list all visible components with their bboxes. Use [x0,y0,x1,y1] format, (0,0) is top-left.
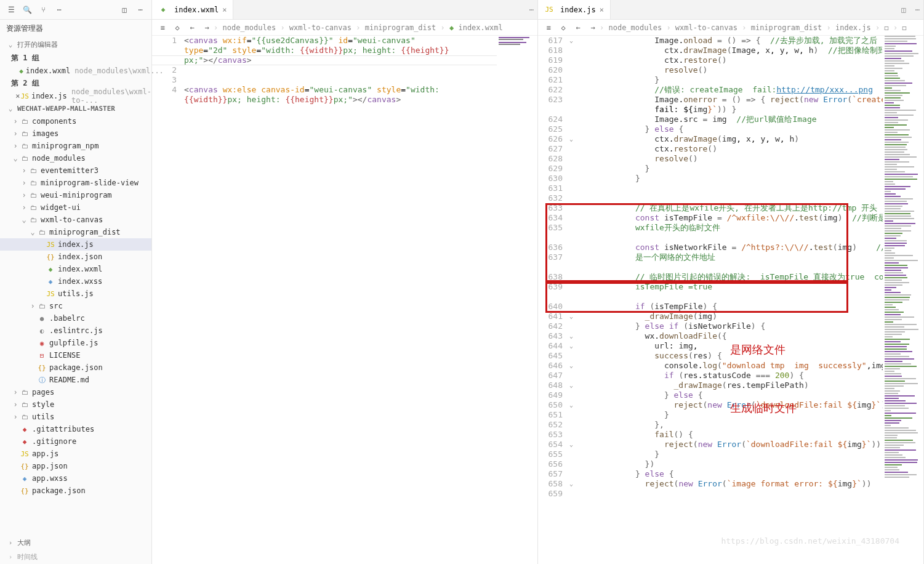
editors: ◆index.wxml× ⋯ ≡ ◇ ← → › node_modules › … [152,0,924,564]
open-editors-hdr[interactable]: ⌄打开的编辑器 [0,38,151,52]
tree-item-app.wxss[interactable]: ◈app.wxss [0,472,151,485]
bookmark-icon[interactable]: ◇ [558,20,569,35]
editor-2[interactable]: 6176186196206216226236246256266276286296… [538,36,923,564]
split-icon[interactable]: ◫ [117,2,132,17]
outline-hdr[interactable]: ›大纲 [0,536,151,550]
js-icon: JS [20,449,30,459]
folder-icon: 🗀 [20,387,30,397]
folder-icon: 🗀 [37,227,47,237]
dots-icon[interactable]: ⋯ [52,2,66,17]
tree-item-wxml-to-canvas[interactable]: ⌄🗀wxml-to-canvas [0,214,151,226]
tree-item-miniprogram_dist[interactable]: ⌄🗀miniprogram_dist [0,226,151,238]
tabs-1: ◆index.wxml× ⋯ [152,0,537,20]
tree-item-.gitattributes[interactable]: ◆.gitattributes [0,423,151,435]
tree-item-components[interactable]: ›🗀components [0,115,151,127]
eslint-icon: ◐ [37,326,47,336]
tree-item-pages[interactable]: ›🗀pages [0,386,151,398]
tree-item-package.json[interactable]: {}package.json [0,485,151,497]
tree-item-widget-ui[interactable]: ›🗀widget-ui [0,201,151,214]
json-icon: {} [46,252,55,262]
readme-icon: ⓘ [37,375,47,385]
close-icon[interactable]: × [222,6,227,14]
folder-icon: 🗀 [28,178,38,188]
folder-icon: 🗀 [28,215,38,225]
minimap-2[interactable] [883,36,923,564]
tree-item-.eslintrc.js[interactable]: ◐.eslintrc.js [0,324,151,337]
split-icon[interactable]: ◫ [901,6,906,14]
tree-item-eventemitter3[interactable]: ›🗀eventemitter3 [0,164,151,177]
tab-wxml[interactable]: ◆index.wxml× [152,0,233,19]
folder-icon: 🗀 [28,203,38,212]
list-icon[interactable]: ≡ [157,20,168,35]
tab-js[interactable]: JSindex.js× [538,0,611,19]
explorer-title: 资源管理器 [0,20,151,38]
tree-item-package.json[interactable]: {}package.json [0,361,151,374]
tree-item-.gitignore[interactable]: ◆.gitignore [0,435,151,448]
folder-icon: 🗀 [28,190,38,200]
js-icon: JS [21,91,29,101]
tree-item-LICENSE[interactable]: ⊟LICENSE [0,349,151,361]
tree-item-utils.js[interactable]: JSutils.js [0,288,151,300]
group-1: 第 1 组 [0,52,151,65]
folder-icon: 🗀 [20,116,30,126]
tree-item-index.wxss[interactable]: ◈index.wxss [0,275,151,288]
forward-icon[interactable]: → [587,20,598,35]
editor-pane-2: JSindex.js× ◫ ⋯ ≡ ◇ ← → › node_modules ›… [538,0,924,564]
close-icon[interactable]: × [15,92,21,100]
tree-item-index.js[interactable]: JSindex.js [0,238,151,251]
tree-item-utils[interactable]: ›🗀utils [0,411,151,423]
back-icon[interactable]: ← [187,20,198,35]
branch-icon[interactable]: ⑂ [36,2,50,17]
tree-item-README.md[interactable]: ⓘREADME.md [0,374,151,386]
folder-icon: 🗀 [28,166,38,175]
tree-item-app.json[interactable]: {}app.json [0,460,151,472]
more-icon[interactable]: ⋯ [915,6,920,14]
open-file-1[interactable]: ◆index.wxml node_modules\wxml... [0,65,151,77]
menu-icon[interactable]: ☰ [4,2,18,17]
forward-icon[interactable]: → [201,20,212,35]
wxml-icon: ◆ [46,264,55,274]
wxml-icon: ◆ [158,5,168,15]
tree-item-gulpfile.js[interactable]: ◉gulpfile.js [0,337,151,349]
project-hdr[interactable]: ⌄WECHAT-WEAPP-MALL-MASTER [0,102,151,115]
bookmark-icon[interactable]: ◇ [172,20,183,35]
license-icon: ⊟ [37,350,47,360]
babel-icon: ● [37,313,47,323]
search-icon[interactable]: 🔍 [20,2,34,17]
tree-item-miniprogram_npm[interactable]: ›🗀miniprogram_npm [0,140,151,152]
json-icon: {} [20,486,30,496]
tree-item-index.wxml[interactable]: ◆index.wxml [0,263,151,275]
open-file-2[interactable]: ×JSindex.js node_modules\wxml-to-... [0,90,151,102]
tree-item-.babelrc[interactable]: ●.babelrc [0,312,151,324]
folder-icon: 🗀 [20,129,30,139]
more-icon[interactable]: ⋯ [133,2,148,17]
file-tree: ›🗀components›🗀images›🗀miniprogram_npm⌄🗀n… [0,115,151,536]
tree-item-weui-miniprogram[interactable]: ›🗀weui-miniprogram [0,189,151,201]
timeline-hdr[interactable]: ›时间线 [0,550,151,564]
git-icon: ◆ [20,424,30,434]
breadcrumb-2[interactable]: ≡ ◇ ← → › node_modules › wxml-to-canvas … [538,20,923,36]
tree-item-images[interactable]: ›🗀images [0,127,151,140]
tree-item-miniprogram-slide-view[interactable]: ›🗀miniprogram-slide-view [0,177,151,189]
breadcrumb-1[interactable]: ≡ ◇ ← → › node_modules › wxml-to-canvas … [152,20,537,36]
folder-icon: 🗀 [20,153,30,163]
tree-item-src[interactable]: ›🗀src [0,300,151,312]
editor-1[interactable]: 1234 <canvas wx:if="{{use2dCanvas}}" id=… [152,36,537,564]
js-icon: JS [46,240,55,249]
folder-icon: 🗀 [37,301,47,311]
tabs-2: JSindex.js× ◫ ⋯ [538,0,923,20]
json-icon: {} [37,363,47,373]
tree-item-node_modules[interactable]: ⌄🗀node_modules [0,152,151,164]
more-icon[interactable]: ⋯ [529,6,534,14]
minimap-1[interactable] [497,36,537,564]
js-icon: JS [46,289,55,299]
tree-item-app.js[interactable]: JSapp.js [0,448,151,460]
folder-icon: 🗀 [20,400,30,409]
tree-item-style[interactable]: ›🗀style [0,398,151,411]
back-icon[interactable]: ← [572,20,584,35]
tree-item-index.json[interactable]: {}index.json [0,251,151,263]
json-icon: {} [20,461,30,471]
close-icon[interactable]: × [600,6,604,14]
list-icon[interactable]: ≡ [543,20,554,35]
git-icon: ◆ [20,437,30,446]
